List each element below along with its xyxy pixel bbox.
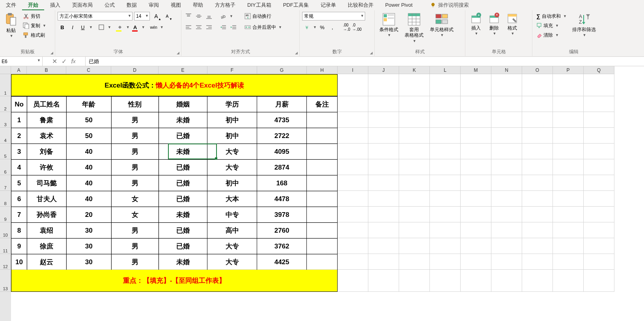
- table-cell[interactable]: 男: [111, 144, 159, 160]
- table-cell[interactable]: 袁术: [27, 128, 66, 144]
- table-cell[interactable]: 甘夫人: [27, 191, 66, 207]
- table-cell[interactable]: 已婚: [159, 160, 207, 175]
- tab-layout[interactable]: 页面布局: [66, 0, 99, 10]
- cell-style-button[interactable]: 单元格样式▼: [427, 12, 456, 48]
- table-cell[interactable]: 2760: [257, 223, 307, 239]
- table-cell[interactable]: 男: [111, 223, 159, 239]
- tab-diy[interactable]: DIY工具箱: [241, 0, 277, 10]
- tab-view[interactable]: 视图: [165, 0, 187, 10]
- table-cell[interactable]: 司马懿: [27, 175, 66, 191]
- align-left-button[interactable]: [184, 23, 193, 32]
- sheet-footer[interactable]: 重点：【填充】-【至同组工作表】: [11, 270, 338, 292]
- worksheet-grid[interactable]: 12345678910111213 ABCDEFGHIJKLMNOPQ Exce…: [0, 66, 644, 321]
- percent-button[interactable]: %: [317, 23, 327, 32]
- table-cell[interactable]: 50: [66, 112, 111, 128]
- table-cell[interactable]: 30: [66, 239, 111, 254]
- table-cell[interactable]: 已婚: [159, 223, 207, 239]
- row-header-2[interactable]: 2: [0, 96, 11, 112]
- col-header-P[interactable]: P: [553, 66, 584, 74]
- fill-color-button[interactable]: [115, 23, 125, 32]
- table-cell[interactable]: [307, 239, 338, 254]
- tab-ffgz[interactable]: 方方格子: [209, 0, 241, 10]
- table-cell[interactable]: 大专: [207, 254, 257, 270]
- table-cell[interactable]: 已婚: [159, 175, 207, 191]
- table-cell[interactable]: 2: [11, 128, 27, 144]
- table-cell[interactable]: 男: [111, 239, 159, 254]
- table-cell[interactable]: 女: [111, 191, 159, 207]
- table-cell[interactable]: 8: [11, 223, 27, 239]
- orientation-button[interactable]: ab: [218, 12, 228, 21]
- row-header-9[interactable]: 9: [0, 207, 11, 222]
- table-header[interactable]: No: [11, 97, 27, 112]
- align-top-button[interactable]: [184, 12, 193, 21]
- table-cell[interactable]: 大本: [207, 191, 257, 207]
- table-cell[interactable]: [307, 254, 338, 270]
- increase-font-button[interactable]: A▲: [151, 12, 161, 21]
- decrease-decimal-button[interactable]: .0→.00: [352, 23, 362, 32]
- format-painter-button[interactable]: 格式刷: [21, 31, 48, 39]
- table-cell[interactable]: 9: [11, 239, 27, 254]
- comma-button[interactable]: ,: [328, 23, 337, 32]
- select-all-corner[interactable]: [0, 66, 11, 74]
- table-header[interactable]: 员工姓名: [27, 97, 66, 112]
- table-cell[interactable]: 10: [11, 254, 27, 270]
- table-cell[interactable]: 刘备: [27, 144, 66, 160]
- col-header-G[interactable]: G: [257, 66, 307, 74]
- table-cell[interactable]: 未婚: [159, 112, 207, 128]
- table-cell[interactable]: 2722: [257, 128, 307, 144]
- increase-indent-button[interactable]: [229, 23, 238, 32]
- clear-button[interactable]: 清除▼: [535, 31, 568, 39]
- col-header-D[interactable]: D: [111, 66, 159, 74]
- font-family-select[interactable]: 方正小标宋简体▼: [58, 12, 133, 21]
- table-header[interactable]: 学历: [207, 97, 257, 112]
- table-cell[interactable]: 大专: [207, 144, 257, 160]
- tab-record[interactable]: 记录单: [315, 0, 342, 10]
- table-cell[interactable]: 未婚: [159, 144, 207, 160]
- table-cell[interactable]: 40: [66, 144, 111, 160]
- wrap-text-button[interactable]: ab 自动换行: [243, 12, 284, 21]
- merge-center-button[interactable]: 合并后居中▼: [243, 23, 284, 32]
- table-cell[interactable]: 4: [11, 160, 27, 175]
- table-cell[interactable]: 40: [66, 191, 111, 207]
- table-cell[interactable]: 4478: [257, 191, 307, 207]
- row-header-6[interactable]: 6: [0, 159, 11, 175]
- fill-button[interactable]: 填充▼: [535, 21, 568, 30]
- paste-button[interactable]: 粘贴 ▼: [2, 12, 20, 48]
- table-cell[interactable]: 3978: [257, 207, 307, 223]
- number-format-select[interactable]: 常规▼: [302, 12, 365, 21]
- table-cell[interactable]: [307, 191, 338, 207]
- table-cell[interactable]: [307, 223, 338, 239]
- col-header-M[interactable]: M: [461, 66, 491, 74]
- col-header-L[interactable]: L: [430, 66, 461, 74]
- table-cell[interactable]: 男: [111, 254, 159, 270]
- cancel-edit-button[interactable]: ✕: [50, 58, 58, 65]
- table-cell[interactable]: 已婚: [159, 191, 207, 207]
- table-cell[interactable]: 40: [66, 175, 111, 191]
- tell-me-search[interactable]: 操作说明搜索: [426, 2, 473, 9]
- table-cell[interactable]: 4425: [257, 254, 307, 270]
- tab-compare[interactable]: 比较和合并: [342, 0, 379, 10]
- table-cell[interactable]: 未婚: [159, 207, 207, 223]
- col-header-J[interactable]: J: [368, 66, 399, 74]
- table-cell[interactable]: 初中: [207, 112, 257, 128]
- copy-button[interactable]: 复制▼: [21, 21, 48, 30]
- col-header-B[interactable]: B: [27, 66, 66, 74]
- table-cell[interactable]: 男: [111, 160, 159, 175]
- row-header-4[interactable]: 4: [0, 128, 11, 144]
- row-header-8[interactable]: 8: [0, 191, 11, 207]
- table-cell[interactable]: 3: [11, 144, 27, 160]
- tab-formulas[interactable]: 公式: [99, 0, 121, 10]
- table-header[interactable]: 性别: [111, 97, 159, 112]
- increase-decimal-button[interactable]: .00→.0: [342, 23, 351, 32]
- table-cell[interactable]: [307, 175, 338, 191]
- sort-filter-button[interactable]: AZ 排序和筛选▼: [570, 12, 598, 48]
- row-header-11[interactable]: 11: [0, 238, 11, 254]
- table-cell[interactable]: 初中: [207, 128, 257, 144]
- table-cell[interactable]: 2874: [257, 160, 307, 175]
- fx-button[interactable]: fx: [69, 58, 77, 65]
- table-cell[interactable]: 30: [66, 254, 111, 270]
- table-cell[interactable]: 男: [111, 128, 159, 144]
- col-header-K[interactable]: K: [399, 66, 430, 74]
- table-cell[interactable]: 男: [111, 175, 159, 191]
- tab-file[interactable]: 文件: [0, 0, 22, 10]
